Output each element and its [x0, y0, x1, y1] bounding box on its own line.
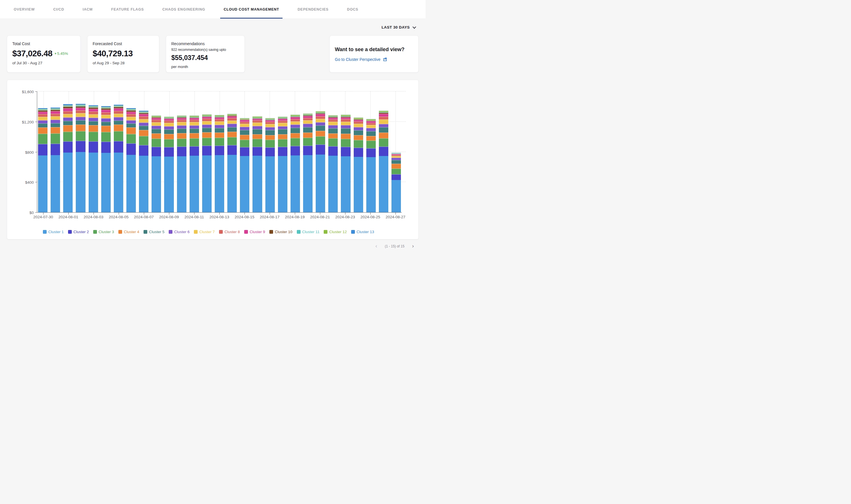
segment-cluster-7	[89, 114, 98, 118]
date-range-dropdown[interactable]: LAST 30 DAYS	[381, 25, 415, 30]
segment-cluster-6	[126, 120, 136, 124]
segment-cluster-3	[227, 137, 237, 145]
bar-2024-08-25[interactable]	[366, 119, 376, 213]
prev-page-button[interactable]: ‹	[375, 244, 378, 249]
bar-2024-07-31[interactable]	[51, 107, 60, 212]
tab-chaos-engineering[interactable]: CHAOS ENGINEERING	[162, 0, 205, 19]
segment-cluster-8	[328, 120, 338, 122]
x-tick-2024-08-09	[169, 213, 169, 215]
bar-2024-08-06[interactable]	[126, 108, 136, 212]
segment-cluster-1	[341, 156, 350, 212]
bar-2024-08-08[interactable]	[152, 115, 161, 212]
segment-cluster-2	[253, 147, 262, 156]
x-axis-label-2024-08-11: 2024-08-11	[185, 215, 204, 219]
segment-cluster-5	[177, 129, 187, 133]
segment-cluster-4	[114, 125, 123, 131]
forecasted-cost-period: of Aug 29 - Sep 28	[93, 61, 154, 65]
legend-item-cluster-10[interactable]: Cluster 10	[270, 230, 293, 234]
segment-cluster-8	[190, 120, 199, 122]
bar-2024-08-12[interactable]	[202, 114, 212, 212]
segment-cluster-4	[354, 135, 363, 140]
tab-ci-cd[interactable]: CI/CD	[53, 0, 64, 19]
bar-2024-08-18[interactable]	[278, 116, 288, 212]
tab-overview[interactable]: OVERVIEW	[14, 0, 35, 19]
segment-cluster-5	[101, 122, 111, 126]
segment-cluster-5	[392, 160, 401, 164]
legend-item-cluster-6[interactable]: Cluster 6	[169, 230, 190, 234]
legend-label: Cluster 11	[302, 230, 320, 234]
bar-2024-08-21[interactable]	[316, 111, 325, 212]
legend-item-cluster-2[interactable]: Cluster 2	[68, 230, 89, 234]
segment-cluster-4	[366, 136, 376, 141]
bar-2024-08-03[interactable]	[89, 105, 98, 212]
x-axis-label-2024-08-17: 2024-08-17	[260, 215, 279, 219]
legend-item-cluster-9[interactable]: Cluster 9	[244, 230, 265, 234]
bar-2024-08-02[interactable]	[76, 104, 85, 212]
bar-2024-08-11[interactable]	[190, 115, 199, 212]
segment-cluster-2	[392, 174, 401, 180]
segment-cluster-4	[38, 127, 48, 134]
bar-2024-08-15[interactable]	[240, 118, 249, 212]
bar-2024-08-26[interactable]	[379, 111, 388, 212]
segment-cluster-3	[126, 134, 136, 144]
segment-cluster-2	[366, 148, 376, 157]
bar-2024-08-17[interactable]	[265, 118, 275, 212]
bar-2024-08-05[interactable]	[114, 105, 123, 212]
segment-cluster-3	[354, 140, 363, 148]
legend-item-cluster-7[interactable]: Cluster 7	[194, 230, 215, 234]
bar-2024-08-24[interactable]	[354, 118, 363, 212]
total-cost-card: Total Cost $37,026.48 ▾ 5.45% of Jul 30 …	[7, 35, 81, 73]
recommendations-title: Recommendations	[171, 41, 239, 46]
legend-item-cluster-3[interactable]: Cluster 3	[93, 230, 114, 234]
bar-2024-08-14[interactable]	[227, 114, 237, 212]
segment-cluster-2	[328, 146, 338, 156]
tab-cloud-cost-management[interactable]: CLOUD COST MANAGEMENT	[224, 0, 279, 19]
segment-cluster-1	[265, 156, 275, 212]
bar-2024-07-30[interactable]	[38, 108, 48, 212]
segment-cluster-2	[215, 146, 224, 155]
bar-2024-08-27[interactable]	[392, 152, 401, 212]
bar-2024-08-20[interactable]	[303, 113, 313, 212]
segment-cluster-7	[328, 122, 338, 125]
bar-2024-08-10[interactable]	[177, 115, 187, 212]
date-range-label: LAST 30 DAYS	[381, 25, 410, 30]
legend-item-cluster-8[interactable]: Cluster 8	[219, 230, 240, 234]
segment-cluster-3	[89, 132, 98, 141]
segment-cluster-2	[164, 147, 174, 157]
legend-swatch-icon	[194, 230, 197, 234]
bar-2024-08-04[interactable]	[101, 106, 111, 212]
bar-2024-08-13[interactable]	[215, 115, 224, 213]
bar-2024-08-16[interactable]	[253, 116, 262, 212]
cost-chart-card: $0$400$800$1,200$1,600 2024-07-302024-08…	[7, 80, 419, 239]
segment-cluster-2	[51, 144, 60, 155]
tab-docs[interactable]: DOCS	[347, 0, 358, 19]
bar-2024-08-09[interactable]	[164, 116, 174, 212]
legend-swatch-icon	[324, 230, 327, 234]
bar-2024-08-22[interactable]	[328, 115, 338, 212]
tab-dependencies[interactable]: DEPENDENCIES	[298, 0, 329, 19]
bar-2024-08-23[interactable]	[341, 114, 350, 212]
segment-cluster-7	[63, 114, 73, 118]
legend-item-cluster-11[interactable]: Cluster 11	[297, 230, 320, 234]
legend-swatch-icon	[169, 230, 172, 234]
segment-cluster-3	[76, 131, 85, 141]
segment-cluster-9	[114, 108, 123, 111]
segment-cluster-1	[379, 156, 388, 212]
segment-cluster-4	[379, 132, 388, 138]
legend-item-cluster-4[interactable]: Cluster 4	[118, 230, 139, 234]
legend-item-cluster-13[interactable]: Cluster 13	[351, 230, 374, 234]
segment-cluster-3	[291, 138, 300, 146]
bar-2024-08-19[interactable]	[291, 114, 300, 212]
legend-item-cluster-12[interactable]: Cluster 12	[324, 230, 347, 234]
segment-cluster-4	[101, 126, 111, 132]
tab-iacm[interactable]: IACM	[83, 0, 93, 19]
tab-feature-flags[interactable]: FEATURE FLAGS	[111, 0, 144, 19]
legend-item-cluster-1[interactable]: Cluster 1	[43, 230, 64, 234]
next-page-button[interactable]: ›	[412, 244, 414, 249]
cluster-perspective-link[interactable]: Go to Cluster Perspective	[335, 57, 413, 62]
bar-2024-08-01[interactable]	[63, 104, 73, 212]
bar-2024-08-07[interactable]	[139, 111, 149, 212]
segment-cluster-2	[190, 146, 199, 156]
segment-cluster-1	[139, 156, 149, 212]
legend-item-cluster-5[interactable]: Cluster 5	[143, 230, 164, 234]
